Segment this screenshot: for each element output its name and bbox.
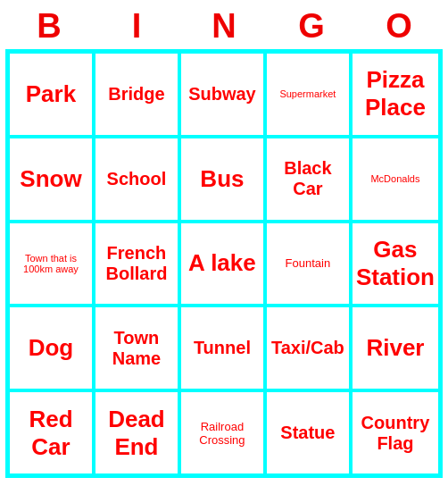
bingo-cell-14[interactable]: Gas Station bbox=[351, 222, 440, 306]
bingo-cell-19[interactable]: River bbox=[351, 306, 440, 390]
letter-n: N bbox=[186, 7, 262, 46]
bingo-cell-0[interactable]: Park bbox=[8, 52, 94, 137]
bingo-cell-5[interactable]: Snow bbox=[8, 137, 94, 222]
bingo-cell-20[interactable]: Red Car bbox=[8, 390, 94, 475]
bingo-cell-12[interactable]: A lake bbox=[179, 222, 265, 306]
bingo-cell-9[interactable]: McDonalds bbox=[351, 137, 440, 222]
bingo-cell-13[interactable]: Fountain bbox=[265, 222, 351, 306]
bingo-cell-11[interactable]: French Bollard bbox=[94, 222, 179, 306]
bingo-cell-21[interactable]: Dead End bbox=[94, 390, 179, 475]
bingo-cell-23[interactable]: Statue bbox=[265, 390, 351, 475]
bingo-cell-6[interactable]: School bbox=[94, 137, 179, 222]
bingo-cell-18[interactable]: Taxi/Cab bbox=[265, 306, 351, 390]
bingo-cell-7[interactable]: Bus bbox=[179, 137, 265, 222]
letter-o: O bbox=[361, 7, 437, 46]
letter-b: B bbox=[11, 7, 87, 46]
bingo-cell-16[interactable]: Town Name bbox=[94, 306, 179, 390]
bingo-cell-15[interactable]: Dog bbox=[8, 306, 94, 390]
bingo-cell-1[interactable]: Bridge bbox=[94, 52, 179, 137]
bingo-cell-24[interactable]: Country Flag bbox=[351, 390, 440, 475]
letter-i: I bbox=[98, 7, 175, 46]
bingo-cell-8[interactable]: Black Car bbox=[265, 137, 351, 222]
letter-g: G bbox=[273, 7, 350, 46]
bingo-cell-4[interactable]: Pizza Place bbox=[351, 52, 440, 137]
bingo-cell-17[interactable]: Tunnel bbox=[179, 306, 265, 390]
bingo-cell-2[interactable]: Subway bbox=[179, 52, 265, 137]
bingo-cell-3[interactable]: Supermarket bbox=[265, 52, 351, 137]
bingo-cell-22[interactable]: Railroad Crossing bbox=[179, 390, 265, 475]
bingo-header: B I N G O bbox=[5, 0, 443, 49]
bingo-cell-10[interactable]: Town that is 100km away bbox=[8, 222, 94, 306]
bingo-grid: ParkBridgeSubwaySupermarketPizza PlaceSn… bbox=[5, 49, 443, 478]
